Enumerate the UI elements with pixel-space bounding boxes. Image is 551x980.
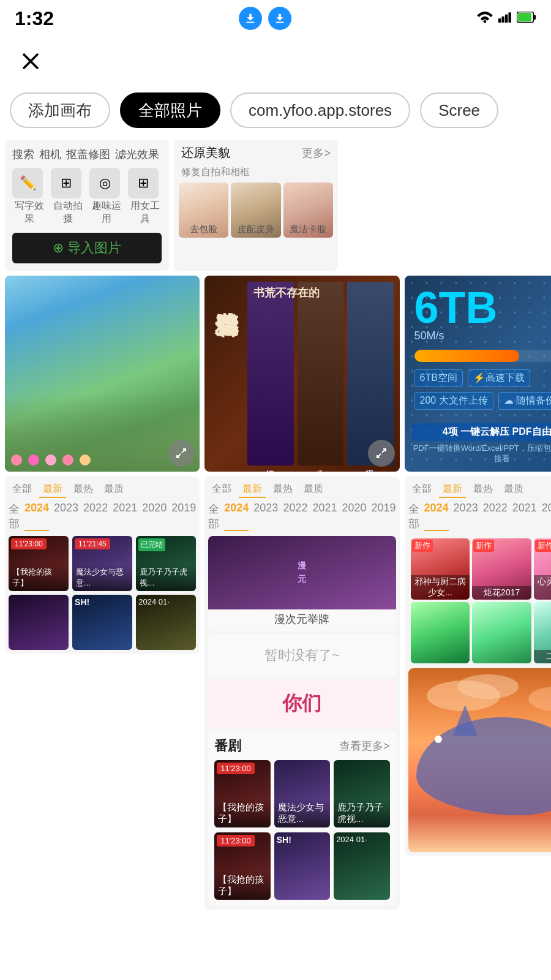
cloud-cta-btn[interactable]: 4项 一键云解压 PDF自由转 — [412, 423, 551, 441]
download-icon-2 — [268, 7, 291, 30]
cloud-ad-photo[interactable]: 6TB 50M/s 6TB空间 ⚡高速下载 200 大文件上传 ☁ 随情备份 4… — [405, 276, 551, 472]
whale-photo[interactable] — [408, 668, 551, 852]
download-icon-1 — [239, 7, 262, 30]
battery-icon — [517, 12, 536, 25]
nav-filter: 滤光效果 — [115, 147, 159, 162]
status-icons — [239, 7, 291, 30]
tab-add-canvas[interactable]: 添加画布 — [10, 92, 110, 128]
app-icon-fun-label: 趣味运用 — [89, 200, 123, 225]
svg-rect-6 — [534, 15, 536, 20]
left-grid-6[interactable]: 2024 01· — [136, 595, 196, 650]
anime-char-3[interactable]: 新作 心灵想更大声呼喊 — [534, 538, 551, 600]
drama-badge-2: 11'21:45 — [75, 538, 110, 549]
new-badge-3: 新作 — [535, 540, 551, 552]
drama-1-badge: 11'23:00 — [217, 763, 254, 774]
face-item-2[interactable]: 皮配皮身 — [231, 183, 280, 238]
left-tab-best[interactable]: 最质 — [100, 481, 127, 498]
left-year-tabs: 全部 2024 2023 2022 2021 2020 2019 — [9, 499, 196, 533]
left-grid-4[interactable] — [9, 595, 69, 650]
left-grid-5[interactable]: SH! — [72, 595, 132, 650]
drama-label-2: 魔法少女与恶意... — [72, 564, 132, 591]
import-plus-icon: ⊕ — [53, 240, 64, 256]
year-2020[interactable]: 2020 — [142, 502, 167, 531]
manga-book-1: 绝战征 — [247, 282, 293, 466]
feature-3: 200 大文件上传 — [414, 392, 493, 410]
left-grid-2[interactable]: 11'21:45 魔法少女与恶意... — [72, 536, 132, 591]
anime-char-4[interactable] — [411, 602, 470, 663]
drama-item-6[interactable]: 2024 01· — [334, 832, 389, 900]
mid-tab-best[interactable]: 最质 — [300, 481, 327, 498]
expand-landscape-btn[interactable] — [168, 440, 195, 467]
import-button[interactable]: ⊕ 导入图片 — [12, 233, 162, 263]
right-tab-all[interactable]: 全部 — [408, 481, 435, 498]
right-tab-hot[interactable]: 最热 — [470, 481, 497, 498]
anime-char-5[interactable] — [472, 602, 531, 663]
wifi-icon — [476, 11, 493, 26]
drama-1-label: 【我抢的孩子】 — [214, 799, 270, 827]
year-2023[interactable]: 2023 — [54, 502, 78, 531]
drama-item-2[interactable]: 魔法少女与恶意... — [274, 760, 330, 827]
manga-books-container: 绝战征 太木传 漫次元 — [247, 282, 393, 466]
top-bar — [0, 37, 551, 86]
drama-badge-1: 11'23:00 — [11, 538, 47, 549]
app-nav-row: 搜索 相机 抠盖修图 滤光效果 — [12, 147, 162, 162]
drama-item-4[interactable]: 11'23:00 【我抢的孩子】 — [214, 832, 270, 900]
beauty-section: 还原美貌 更多> 修复自拍和相框 去包脸 皮配皮身 魔法卡脸 — [174, 140, 338, 271]
left-grid-1[interactable]: 11'23:00 【我抢的孩子】 — [9, 536, 69, 591]
right-tab-latest[interactable]: 最新 — [439, 481, 466, 498]
tab-all-photos[interactable]: 全部照片 — [120, 92, 220, 128]
left-tab-hot[interactable]: 最热 — [70, 481, 97, 498]
drama-section: 番剧 查看更多> 11'23:00 【我抢的孩子】 魔法少女与恶意... 鹿乃子… — [208, 731, 395, 906]
close-button[interactable] — [15, 45, 47, 77]
tab-screen[interactable]: Scree — [420, 92, 498, 128]
beauty-more[interactable]: 更多> — [302, 146, 331, 160]
landscape-photo[interactable] — [5, 276, 200, 472]
face-item-3[interactable]: 魔法卡脸 — [283, 183, 333, 238]
drama-more[interactable]: 查看更多> — [339, 739, 390, 753]
new-badge-2: 新作 — [473, 540, 494, 552]
left-grid-3[interactable]: 已完结 鹿乃子乃子虎视... — [136, 536, 196, 591]
whale-image — [408, 668, 551, 852]
year-2019[interactable]: 2019 — [171, 502, 196, 531]
drama-title: 番剧 — [214, 737, 241, 755]
tab-com-yfoo[interactable]: com.yfoo.app.stores — [230, 92, 410, 128]
svg-rect-0 — [498, 18, 501, 23]
year-2021[interactable]: 2021 — [113, 502, 137, 531]
anime-char-1[interactable]: 新作 邪神与厨二病少女... — [411, 538, 470, 600]
drama-item-5[interactable]: SH! — [274, 832, 330, 900]
svg-rect-1 — [501, 17, 504, 23]
app-icons-grid: ✏️ 写字效果 ⊞ 自动拍摄 ◎ 趣味运用 ⊞ 用女工具 — [12, 168, 162, 225]
year-2024[interactable]: 全部 — [9, 502, 20, 531]
new-badge-1: 新作 — [412, 540, 433, 552]
right-tab-best[interactable]: 最质 — [500, 481, 527, 498]
mid-tab-all[interactable]: 全部 — [208, 481, 235, 498]
mid-tab-latest[interactable]: 最新 — [239, 481, 266, 498]
anime-char-2[interactable]: 新作 炬花2017 — [472, 538, 531, 600]
face-item-1[interactable]: 去包脸 — [179, 183, 228, 238]
app-icon-tools: ⊞ — [128, 168, 159, 198]
mid-tab-hot[interactable]: 最热 — [269, 481, 296, 498]
beauty-title: 还原美貌 — [181, 145, 230, 161]
drama-item-1[interactable]: 11'23:00 【我抢的孩子】 — [214, 760, 270, 827]
year-2022[interactable]: 2022 — [83, 502, 108, 531]
drama-label-1: 【我抢的孩子】 — [9, 564, 69, 591]
left-tab-all[interactable]: 全部 — [9, 481, 36, 498]
svg-rect-3 — [508, 12, 511, 23]
left-tab-latest[interactable]: 最新 — [39, 481, 66, 498]
anime-chars-row1: 新作 邪神与厨二病少女... 新作 炬花2017 新作 心灵想更大声呼喊 二之次 — [408, 536, 551, 666]
drama-item-3[interactable]: 鹿乃子乃子虎视... — [334, 760, 389, 827]
manga-book-2: 太木传 — [298, 282, 343, 466]
svg-rect-2 — [505, 15, 508, 23]
right-bottom-section: 全部 最新 最热 最质 全部 2024 2023 2022 2021 2020 … — [405, 477, 551, 856]
year-latest[interactable]: 2024 — [24, 502, 49, 531]
app-icon-write: ✏️ — [12, 168, 43, 198]
manga-cover-photo[interactable]: 精选免费看 绝战征 太木传 漫次元 书荒不存在的 — [204, 276, 399, 472]
mancy-cell[interactable]: 漫 元 漫次元举牌 — [208, 536, 395, 631]
anime-char-6[interactable]: 二之次元 — [534, 602, 551, 663]
status-time: 1:32 — [15, 7, 54, 30]
expand-manga-btn[interactable] — [368, 440, 395, 467]
beauty-header: 还原美貌 更多> — [174, 140, 338, 166]
right-tab-row: 全部 最新 最热 最质 — [408, 480, 551, 499]
svg-rect-5 — [518, 13, 531, 21]
anime-char-3-label: 心灵想更大声呼喊 — [534, 575, 551, 600]
